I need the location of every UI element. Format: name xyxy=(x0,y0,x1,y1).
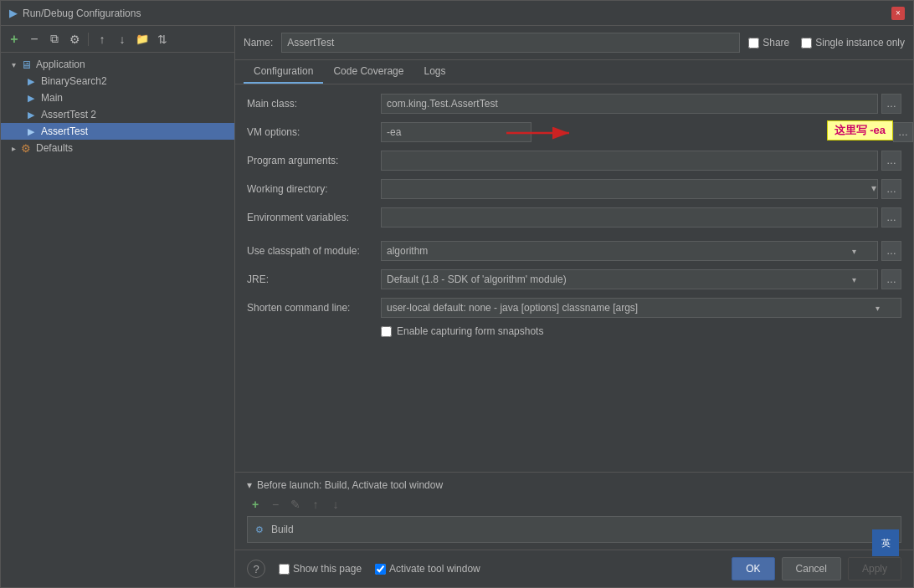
bottom-left: ? Show this page Activate tool window xyxy=(247,560,480,578)
program-args-input[interactable] xyxy=(381,151,878,171)
run-icon-main: ▶ xyxy=(24,91,38,105)
title-bar-left: ▶ Run/Debug Configurations xyxy=(9,7,141,19)
cancel-button[interactable]: Cancel xyxy=(782,557,841,580)
move-down-button[interactable]: ↓ xyxy=(114,31,131,48)
tab-configuration[interactable]: Configuration xyxy=(244,60,323,84)
show-page-label: Show this page xyxy=(293,563,362,575)
jre-select[interactable]: Default (1.8 - SDK of 'algorithm' module… xyxy=(381,269,878,289)
program-args-label: Program arguments: xyxy=(247,155,381,166)
env-vars-field: … xyxy=(381,207,901,228)
working-dir-input[interactable] xyxy=(381,179,878,199)
tree-label-main: Main xyxy=(41,92,63,104)
ok-button[interactable]: OK xyxy=(732,557,774,580)
main-class-row: Main class: … xyxy=(247,93,901,115)
remove-config-button[interactable]: − xyxy=(26,31,43,48)
before-launch-header: ▾ Before launch: Build, Activate tool wi… xyxy=(247,479,901,491)
vm-options-field: 这里写 -ea … xyxy=(381,122,901,142)
defaults-icon: ⚙ xyxy=(19,141,33,155)
program-args-field: … xyxy=(381,151,901,171)
run-icon: ▶ xyxy=(9,7,18,19)
settings-button[interactable]: ⚙ xyxy=(66,31,83,48)
launch-toolbar: + − ✎ ↑ ↓ xyxy=(247,496,901,513)
tree-item-asserttest[interactable]: ▶ AssertTest xyxy=(1,123,234,140)
application-icon: 🖥 xyxy=(19,58,33,71)
launch-add-button[interactable]: + xyxy=(247,496,264,513)
classpath-browse-button[interactable]: … xyxy=(881,241,901,261)
name-label: Name: xyxy=(244,37,273,49)
add-config-button[interactable]: + xyxy=(6,31,23,48)
main-class-input[interactable] xyxy=(381,94,878,114)
help-button[interactable]: ? xyxy=(247,560,265,578)
tabs: Configuration Code Coverage Logs xyxy=(235,60,913,84)
main-class-browse-button[interactable]: … xyxy=(881,94,901,114)
env-vars-row: Environment variables: … xyxy=(247,207,901,228)
checkbox-group: Share Single instance only xyxy=(748,37,905,49)
tree-toggle-application[interactable]: ▾ xyxy=(8,60,19,69)
build-item-label: Build xyxy=(271,524,294,535)
enable-snapshots-label: Enable capturing form snapshots xyxy=(397,325,543,337)
red-arrow-icon xyxy=(506,125,582,141)
close-button[interactable]: × xyxy=(891,7,905,20)
right-panel: Name: Share Single instance only Confi xyxy=(235,26,913,587)
activate-window-checkbox-item: Activate tool window xyxy=(375,563,480,575)
name-row: Name: Share Single instance only xyxy=(235,26,913,60)
share-checkbox[interactable] xyxy=(748,38,759,49)
classpath-label: Use classpath of module: xyxy=(247,245,381,257)
before-launch-title: Before launch: Build, Activate tool wind… xyxy=(257,479,443,491)
bottom-bar: ? Show this page Activate tool window OK… xyxy=(235,550,913,587)
single-instance-label: Single instance only xyxy=(815,37,905,49)
program-args-browse-button[interactable]: … xyxy=(881,151,901,171)
copy-config-button[interactable]: ⧉ xyxy=(46,31,63,48)
tree-label-asserttest2: AssertTest 2 xyxy=(41,109,96,120)
move-up-button[interactable]: ↑ xyxy=(94,31,110,48)
enable-snapshots-checkbox[interactable] xyxy=(381,326,392,337)
tree-label-binarysearch2: BinarySearch2 xyxy=(41,75,107,87)
activate-window-label: Activate tool window xyxy=(389,563,480,575)
single-instance-checkbox[interactable] xyxy=(801,38,812,49)
folder-button[interactable]: 📁 xyxy=(134,31,151,48)
classpath-field: algorithm ▾ … xyxy=(381,241,901,261)
tree-item-binarysearch2[interactable]: ▶ BinarySearch2 xyxy=(1,73,234,89)
toolbar-separator xyxy=(88,33,89,46)
program-args-row: Program arguments: … xyxy=(247,150,901,171)
language-indicator[interactable]: 英 xyxy=(872,529,899,556)
apply-button[interactable]: Apply xyxy=(848,557,901,580)
activate-window-checkbox[interactable] xyxy=(375,564,386,575)
vm-options-browse-button[interactable]: … xyxy=(893,122,913,142)
build-icon: ⚙ xyxy=(253,523,266,536)
tree-item-defaults[interactable]: ▸ ⚙ Defaults xyxy=(1,140,234,156)
launch-remove-button: − xyxy=(267,496,284,513)
enable-snapshots-row: Enable capturing form snapshots xyxy=(247,325,901,337)
jre-label: JRE: xyxy=(247,274,381,285)
tree-item-application[interactable]: ▾ 🖥 Application xyxy=(1,56,234,73)
sort-button[interactable]: ⇅ xyxy=(154,31,171,48)
share-label: Share xyxy=(763,37,789,49)
vm-options-label: VM options: xyxy=(247,126,381,138)
working-dir-browse-button[interactable]: … xyxy=(881,179,901,199)
tree-item-asserttest2[interactable]: ▶ AssertTest 2 xyxy=(1,106,234,123)
shorten-label: Shorten command line: xyxy=(247,302,381,314)
jre-field: Default (1.8 - SDK of 'algorithm' module… xyxy=(381,269,901,289)
show-page-checkbox[interactable] xyxy=(279,564,290,575)
env-vars-browse-button[interactable]: … xyxy=(881,207,901,228)
jre-browse-button[interactable]: … xyxy=(881,269,901,289)
tab-logs[interactable]: Logs xyxy=(413,60,455,84)
tree-label-defaults: Defaults xyxy=(36,142,73,154)
launch-down-button: ↓ xyxy=(327,496,344,513)
config-form: Main class: … VM options: xyxy=(235,84,913,472)
before-launch-toggle[interactable]: ▾ xyxy=(247,479,252,491)
tree-item-main[interactable]: ▶ Main xyxy=(1,89,234,106)
working-dir-label: Working directory: xyxy=(247,183,381,195)
name-input[interactable] xyxy=(281,33,740,53)
main-class-field: … xyxy=(381,94,901,114)
share-checkbox-item: Share xyxy=(748,37,789,49)
env-vars-input[interactable] xyxy=(381,207,878,228)
run-icon-asserttest2: ▶ xyxy=(24,108,38,121)
working-dir-field: ▾ … xyxy=(381,179,901,199)
launch-list: ⚙ Build xyxy=(247,516,901,543)
shorten-select[interactable]: user-local default: none - java [options… xyxy=(381,298,901,318)
tab-code-coverage[interactable]: Code Coverage xyxy=(323,60,413,84)
tree-toggle-defaults[interactable]: ▸ xyxy=(8,144,19,153)
classpath-select[interactable]: algorithm xyxy=(381,241,878,261)
run-icon-binarysearch2: ▶ xyxy=(24,74,38,88)
